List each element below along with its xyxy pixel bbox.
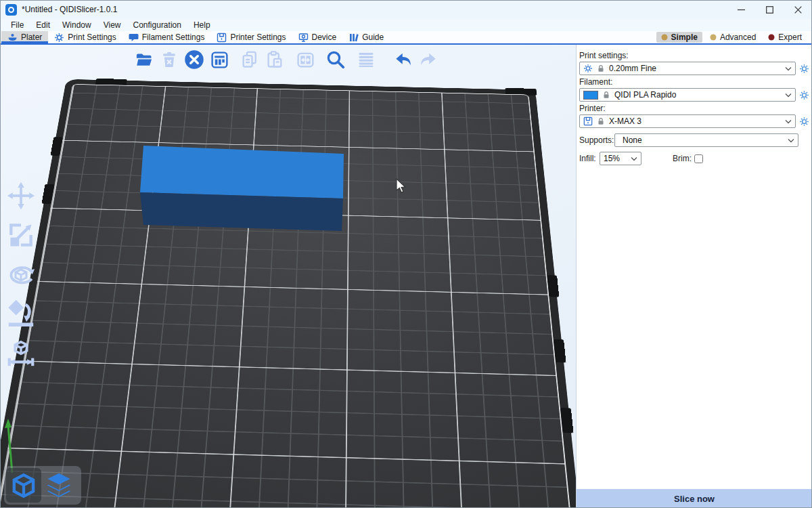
- printer-icon: [583, 117, 593, 126]
- place-on-face-button[interactable]: [4, 298, 38, 329]
- delete-all-button[interactable]: [183, 48, 206, 71]
- expert-dot-icon: [768, 34, 775, 41]
- close-icon: [794, 6, 802, 14]
- tab-bar: Plater Print Settings Filament Settings …: [0, 31, 812, 45]
- chevron-down-icon: [785, 66, 792, 71]
- guide-icon: [348, 33, 359, 43]
- filament-gear-button[interactable]: [796, 90, 812, 100]
- print-settings-gear-button[interactable]: [796, 64, 812, 74]
- chevron-down-icon: [788, 138, 794, 143]
- printer-label: Printer:: [579, 104, 812, 113]
- plater-icon: [7, 33, 18, 42]
- bed-grid: [0, 84, 576, 508]
- scale-button[interactable]: [4, 219, 38, 251]
- menu-file[interactable]: File: [5, 20, 29, 30]
- simple-dot-icon: [661, 34, 668, 41]
- filament-value: QIDI PLA Rapido: [614, 90, 782, 100]
- menu-configuration[interactable]: Configuration: [128, 20, 187, 30]
- printer-gear-button[interactable]: [796, 117, 812, 127]
- infill-combo[interactable]: 15%: [600, 152, 641, 165]
- chevron-down-icon: [785, 93, 792, 98]
- minimize-button[interactable]: [727, 0, 755, 19]
- menu-window[interactable]: Window: [57, 20, 97, 30]
- printer-icon: [217, 33, 227, 43]
- settings-sidebar: Print settings: 0.20mm Fine Filament: QI…: [576, 45, 812, 508]
- layers-icon: [44, 471, 74, 501]
- print-settings-combo[interactable]: 0.20mm Fine: [579, 62, 796, 75]
- redo-button[interactable]: [417, 48, 440, 71]
- menu-view[interactable]: View: [98, 20, 127, 30]
- copy-button[interactable]: [238, 48, 261, 71]
- gear-icon: [54, 33, 64, 43]
- menu-bar: File Edit Window View Configuration Help: [0, 19, 812, 31]
- print-settings-value: 0.20mm Fine: [609, 64, 782, 73]
- device-icon: [298, 33, 309, 43]
- printer-combo[interactable]: X-MAX 3: [579, 114, 796, 128]
- lock-icon: [602, 90, 611, 100]
- variable-layer-height-button[interactable]: [355, 48, 378, 71]
- mode-expert[interactable]: Expert: [763, 32, 807, 43]
- minimize-icon: [738, 6, 745, 14]
- model-box[interactable]: [140, 146, 344, 231]
- view-mode-toggle: [4, 466, 81, 505]
- search-button[interactable]: [324, 48, 347, 71]
- arrange-button[interactable]: [208, 48, 231, 71]
- move-button[interactable]: [4, 180, 38, 211]
- filament-color-swatch: [583, 91, 598, 100]
- filament-combo[interactable]: QIDI PLA Rapido: [579, 88, 796, 102]
- maximize-button[interactable]: [755, 0, 784, 19]
- delete-button[interactable]: [158, 48, 181, 71]
- filament-label: Filament:: [579, 77, 812, 87]
- chevron-down-icon: [631, 156, 637, 161]
- paste-button[interactable]: [263, 48, 286, 71]
- advanced-dot-icon: [710, 34, 717, 41]
- slice-now-button[interactable]: Slice now: [577, 489, 812, 508]
- app-icon: [5, 4, 17, 16]
- view-preview-layers-button[interactable]: [41, 468, 76, 503]
- tab-print-settings[interactable]: Print Settings: [48, 31, 122, 43]
- brim-checkbox[interactable]: [694, 154, 703, 163]
- tab-plater[interactable]: Plater: [1, 31, 48, 43]
- brim-label: Brim:: [673, 154, 692, 163]
- open-button[interactable]: [133, 48, 156, 71]
- title-bar: *Untitled - QIDISlicer-1.0.1: [0, 0, 812, 19]
- 3d-viewport[interactable]: [0, 45, 576, 508]
- mode-advanced[interactable]: Advanced: [705, 32, 761, 43]
- mode-selector: Simple Advanced Expert: [656, 31, 812, 43]
- tab-printer-settings[interactable]: Printer Settings: [210, 31, 292, 43]
- tab-device[interactable]: Device: [292, 31, 343, 43]
- menu-help[interactable]: Help: [188, 20, 216, 30]
- measure-button[interactable]: [4, 337, 38, 368]
- supports-value: None: [618, 135, 784, 145]
- window-title: *Untitled - QIDISlicer-1.0.1: [22, 5, 117, 14]
- gear-icon: [799, 64, 809, 74]
- close-button[interactable]: [784, 0, 812, 19]
- maximize-icon: [766, 6, 773, 14]
- gear-icon: [583, 64, 593, 73]
- infill-value: 15%: [604, 154, 627, 163]
- infill-label: Infill:: [579, 154, 600, 163]
- print-settings-label: Print settings:: [579, 51, 812, 60]
- tab-filament-settings[interactable]: Filament Settings: [122, 31, 211, 43]
- print-bed[interactable]: [0, 79, 576, 508]
- lock-icon: [596, 64, 606, 73]
- tab-guide[interactable]: Guide: [342, 31, 390, 43]
- filament-icon: [129, 33, 139, 42]
- gear-icon: [799, 90, 809, 100]
- printer-value: X-MAX 3: [609, 117, 782, 126]
- chevron-down-icon: [785, 119, 792, 124]
- gear-icon: [799, 117, 809, 127]
- plater-toolbar: [133, 47, 442, 72]
- menu-edit[interactable]: Edit: [30, 20, 55, 30]
- undo-button[interactable]: [392, 48, 415, 71]
- cube-icon: [10, 472, 37, 499]
- supports-combo[interactable]: None: [614, 133, 798, 147]
- gizmo-toolbar: [4, 180, 38, 368]
- rotate-button[interactable]: [4, 259, 38, 290]
- split-objects-button[interactable]: [294, 48, 317, 71]
- view-3d-editor-button[interactable]: [6, 468, 41, 503]
- lock-icon: [596, 117, 606, 126]
- mode-simple[interactable]: Simple: [656, 32, 702, 43]
- supports-label: Supports:: [579, 135, 614, 145]
